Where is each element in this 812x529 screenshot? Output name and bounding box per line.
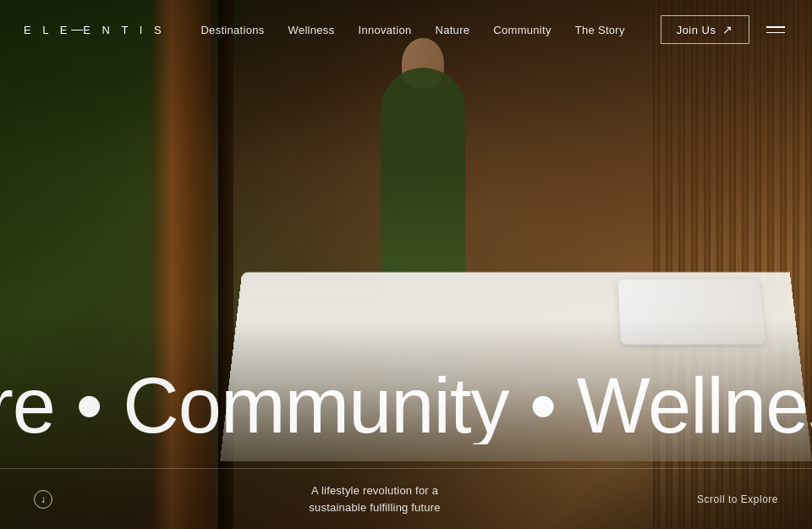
- nav-link-innovation[interactable]: Innovation: [358, 24, 411, 36]
- hero-tagline: A lifestyle revolution for a sustainable…: [309, 482, 440, 515]
- nav-right: Join Us ↗: [661, 15, 788, 44]
- menu-line-1: [766, 26, 785, 28]
- nav-item-nature[interactable]: Nature: [435, 22, 469, 37]
- join-button-label: Join Us: [677, 24, 716, 36]
- nav-link-destinations[interactable]: Destinations: [200, 24, 264, 36]
- navbar: E L EE N T I S Destinations Wellness Inn…: [0, 0, 812, 59]
- nav-link-community[interactable]: Community: [493, 24, 551, 36]
- nav-link-wellness[interactable]: Wellness: [288, 24, 335, 36]
- tagline-line2: sustainable fulfilling future: [309, 501, 440, 514]
- scroll-to-explore-label: Scroll to Explore: [697, 493, 778, 505]
- nav-item-community[interactable]: Community: [493, 22, 551, 37]
- down-arrow-icon: ↓: [41, 493, 46, 505]
- nav-item-wellness[interactable]: Wellness: [288, 22, 335, 37]
- logo[interactable]: E L EE N T I S: [24, 24, 166, 36]
- join-arrow-icon: ↗: [722, 23, 733, 36]
- menu-line-2: [766, 32, 785, 34]
- join-button[interactable]: Join Us ↗: [661, 15, 749, 44]
- scroll-down-button[interactable]: ↓: [34, 490, 52, 509]
- hamburger-menu[interactable]: [763, 23, 788, 36]
- nav-link-nature[interactable]: Nature: [435, 24, 469, 36]
- ticker-wrapper: ure • Community • Wellness: [0, 366, 812, 444]
- ticker-text: ure • Community • Wellness: [0, 366, 812, 444]
- nav-item-story[interactable]: The Story: [575, 22, 625, 37]
- tagline-line1: A lifestyle revolution for a: [311, 484, 438, 497]
- nav-item-destinations[interactable]: Destinations: [200, 22, 264, 37]
- gradient-overlay: [0, 0, 812, 529]
- bottom-bar: ↓ A lifestyle revolution for a sustainab…: [0, 468, 812, 529]
- nav-link-story[interactable]: The Story: [575, 24, 625, 36]
- nav-links: Destinations Wellness Innovation Nature …: [200, 22, 624, 37]
- nav-item-innovation[interactable]: Innovation: [358, 22, 411, 37]
